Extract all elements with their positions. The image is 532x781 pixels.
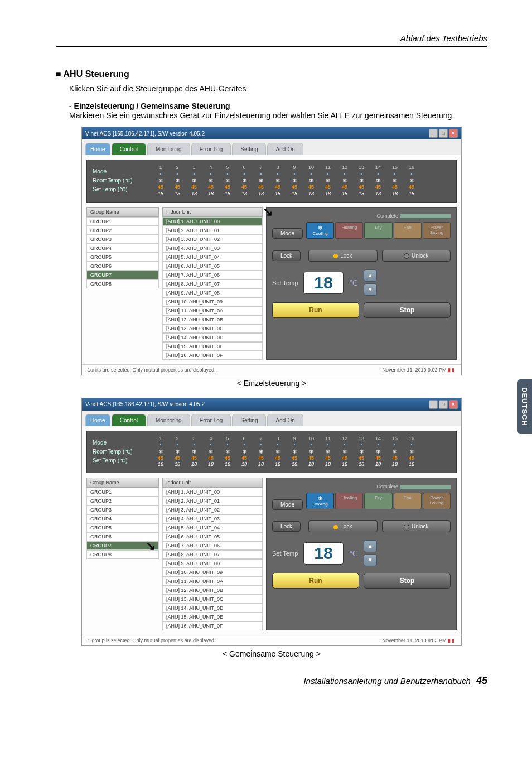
- tab-monitoring[interactable]: Monitoring: [147, 143, 190, 155]
- status-time: November 11, 2010 9:02 PM: [382, 367, 446, 373]
- unit-row[interactable]: [AHU] 6. AHU_UNIT_05: [162, 532, 263, 541]
- tab-control[interactable]: Control: [112, 414, 146, 426]
- unit-row[interactable]: [AHU] 13. AHU_UNIT_0C: [162, 595, 263, 604]
- mode-cooling-button[interactable]: ❄Cooling: [306, 493, 334, 509]
- unit-row[interactable]: [AHU] 12. AHU_UNIT_0B: [162, 315, 263, 324]
- group-row[interactable]: GROUP5: [86, 253, 159, 262]
- unlock-button[interactable]: Unlock: [382, 520, 451, 532]
- maximize-button[interactable]: □: [439, 129, 448, 138]
- group-row[interactable]: GROUP6: [86, 262, 159, 271]
- tab-addon[interactable]: Add-On: [267, 414, 303, 426]
- unit-row[interactable]: [AHU] 1. AHU_UNIT_00: [162, 488, 263, 496]
- unit-row[interactable]: [AHU] 13. AHU_UNIT_0C: [162, 324, 263, 333]
- group-row[interactable]: GROUP2: [86, 226, 159, 235]
- stop-button[interactable]: Stop: [364, 302, 451, 318]
- tab-setting[interactable]: Setting: [232, 414, 266, 426]
- temp-up-button[interactable]: ▲: [364, 269, 377, 282]
- unit-row[interactable]: [AHU] 15. AHU_UNIT_0E: [162, 613, 263, 621]
- screenshot-group: V-net ACS [165.186.42.171], S/W version …: [81, 398, 462, 646]
- unit-row[interactable]: [AHU] 7. AHU_UNIT_06: [162, 271, 263, 279]
- temp-down-button[interactable]: ▼: [364, 554, 377, 566]
- mode-fan-button[interactable]: Fan: [394, 493, 422, 509]
- indoor-header: Indoor Unit: [162, 478, 263, 488]
- group-row[interactable]: GROUP3: [86, 505, 159, 514]
- lock-button[interactable]: Lock: [308, 250, 377, 262]
- complete-label: Complete: [376, 213, 398, 219]
- unit-row[interactable]: [AHU] 4. AHU_UNIT_03: [162, 244, 263, 253]
- overview-col: 15•❄4518: [388, 436, 402, 468]
- tab-setting[interactable]: Setting: [232, 143, 266, 155]
- unit-row[interactable]: [AHU] 8. AHU_UNIT_07: [162, 279, 263, 288]
- maximize-button[interactable]: □: [439, 400, 448, 409]
- unit-row[interactable]: [AHU] 10. AHU_UNIT_09: [162, 568, 263, 577]
- unit-row[interactable]: [AHU] 15. AHU_UNIT_0E: [162, 342, 263, 351]
- unit-row[interactable]: [AHU] 5. AHU_UNIT_04: [162, 523, 263, 532]
- group-row[interactable]: GROUP1: [86, 217, 159, 226]
- mode-dry-button[interactable]: Dry: [364, 222, 392, 239]
- minimize-button[interactable]: _: [429, 129, 438, 138]
- overview-col: 6•❄4518: [238, 165, 251, 197]
- unit-row[interactable]: [AHU] 3. AHU_UNIT_02: [162, 505, 263, 514]
- complete-bar: [400, 485, 451, 489]
- unit-row[interactable]: [AHU] 6. AHU_UNIT_05: [162, 262, 263, 271]
- tab-monitoring[interactable]: Monitoring: [147, 414, 190, 426]
- unit-row[interactable]: [AHU] 10. AHU_UNIT_09: [162, 297, 263, 306]
- unit-row[interactable]: [AHU] 11. AHU_UNIT_0A: [162, 306, 263, 315]
- mode-heating-button[interactable]: Heating: [335, 493, 363, 509]
- overview-col: 8•❄4518: [271, 165, 284, 197]
- temp-down-button[interactable]: ▼: [364, 283, 377, 296]
- mode-label: Mode: [272, 228, 303, 239]
- tab-control[interactable]: Control: [112, 143, 146, 155]
- unit-row[interactable]: [AHU] 16. AHU_UNIT_0F: [162, 351, 263, 360]
- unit-row[interactable]: [AHU] 1. AHU_UNIT_00: [162, 217, 263, 226]
- lock-button[interactable]: Lock: [308, 520, 377, 532]
- close-button[interactable]: ✕: [449, 400, 458, 409]
- mode-fan-button[interactable]: Fan: [394, 222, 422, 239]
- unit-row[interactable]: [AHU] 7. AHU_UNIT_06: [162, 541, 263, 550]
- mode-power-saving-button[interactable]: Power Saving: [423, 493, 451, 509]
- group-row[interactable]: GROUP1: [86, 488, 159, 496]
- unit-row[interactable]: [AHU] 8. AHU_UNIT_07: [162, 550, 263, 559]
- tab-addon[interactable]: Add-On: [267, 143, 303, 155]
- unit-row[interactable]: [AHU] 14. AHU_UNIT_0D: [162, 604, 263, 613]
- group-row[interactable]: GROUP4: [86, 514, 159, 523]
- tab-home[interactable]: Home: [85, 143, 110, 155]
- tab-bar: Home Control Monitoring Error Log Settin…: [82, 139, 461, 155]
- run-button[interactable]: Run: [272, 302, 359, 318]
- unit-row[interactable]: [AHU] 12. AHU_UNIT_0B: [162, 586, 263, 595]
- unit-row[interactable]: [AHU] 5. AHU_UNIT_04: [162, 253, 263, 262]
- minimize-button[interactable]: _: [429, 400, 438, 409]
- complete-bar: [400, 214, 451, 218]
- stop-button[interactable]: Stop: [364, 573, 451, 589]
- tab-errorlog[interactable]: Error Log: [191, 414, 231, 426]
- group-row[interactable]: GROUP7: [86, 271, 159, 279]
- unit-row[interactable]: [AHU] 16. AHU_UNIT_0F: [162, 621, 263, 630]
- group-row[interactable]: GROUP2: [86, 496, 159, 505]
- tab-errorlog[interactable]: Error Log: [191, 143, 231, 155]
- window-title: V-net ACS [165.186.42.171], S/W version …: [85, 131, 205, 137]
- unlock-button[interactable]: Unlock: [382, 250, 451, 262]
- group-row[interactable]: GROUP5: [86, 523, 159, 532]
- run-button[interactable]: Run: [272, 573, 359, 589]
- unit-row[interactable]: [AHU] 3. AHU_UNIT_02: [162, 235, 263, 244]
- unit-row[interactable]: [AHU] 11. AHU_UNIT_0A: [162, 577, 263, 586]
- group-row[interactable]: GROUP4: [86, 244, 159, 253]
- close-button[interactable]: ✕: [449, 129, 458, 138]
- tab-home[interactable]: Home: [85, 414, 110, 426]
- unit-row[interactable]: [AHU] 9. AHU_UNIT_08: [162, 559, 263, 568]
- lock-label: Lock: [272, 521, 301, 532]
- group-row[interactable]: GROUP3: [86, 235, 159, 244]
- mode-power-saving-button[interactable]: Power Saving: [423, 222, 451, 239]
- unit-row[interactable]: [AHU] 2. AHU_UNIT_01: [162, 496, 263, 505]
- unit-row[interactable]: [AHU] 14. AHU_UNIT_0D: [162, 333, 263, 342]
- degree-label: ℃: [349, 549, 358, 558]
- mode-heating-button[interactable]: Heating: [335, 222, 363, 239]
- unit-row[interactable]: [AHU] 4. AHU_UNIT_03: [162, 514, 263, 523]
- temp-up-button[interactable]: ▲: [364, 540, 377, 552]
- unit-row[interactable]: [AHU] 2. AHU_UNIT_01: [162, 226, 263, 235]
- unit-row[interactable]: [AHU] 9. AHU_UNIT_08: [162, 288, 263, 297]
- mode-cooling-button[interactable]: ❄Cooling: [306, 222, 334, 239]
- group-row[interactable]: GROUP8: [86, 279, 159, 288]
- overview-col: 1•❄4518: [154, 165, 167, 197]
- mode-dry-button[interactable]: Dry: [364, 493, 392, 509]
